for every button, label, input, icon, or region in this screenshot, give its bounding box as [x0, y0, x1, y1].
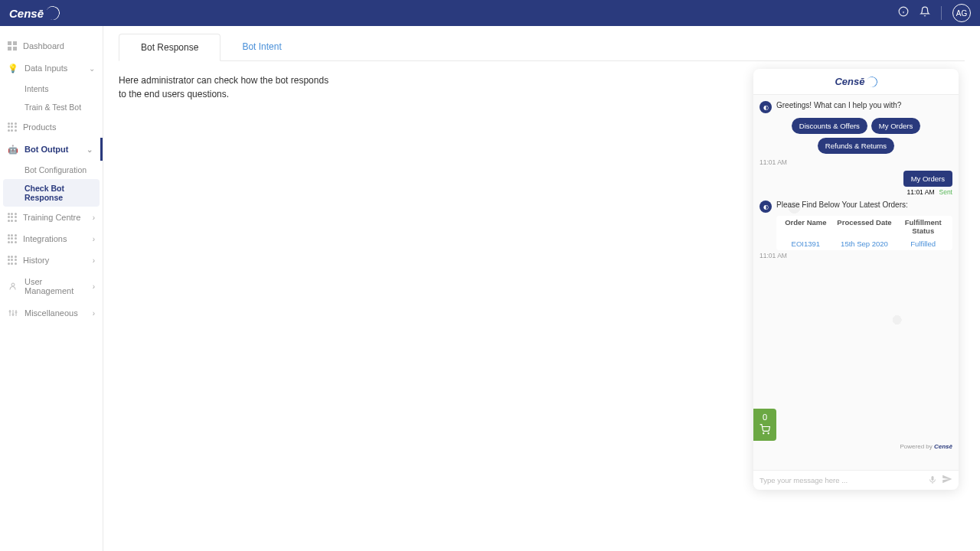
chat-header: Censē — [753, 69, 959, 95]
chip-refunds[interactable]: Refunds & Returns — [818, 138, 894, 154]
chevron-right-icon: › — [93, 235, 95, 243]
svg-point-8 — [12, 314, 14, 315]
nav-user-management[interactable]: User Management › — [0, 271, 103, 302]
user-icon — [8, 281, 18, 292]
chevron-right-icon: › — [93, 214, 95, 222]
chevron-right-icon: › — [93, 309, 95, 318]
nav-data-inputs[interactable]: 💡 Data Inputs ⌄ — [0, 57, 103, 80]
nav-miscellaneous[interactable]: Miscellaneous › — [0, 302, 103, 324]
bot-icon: 🤖 — [8, 144, 18, 155]
chat-input-bar — [753, 470, 959, 490]
message-timestamp: 11:01 AM — [760, 158, 952, 166]
message-timestamp: 11:01 AM — [760, 252, 952, 259]
app-header: Censē AG — [0, 0, 980, 26]
powered-by: Powered by Censē — [900, 443, 952, 450]
user-avatar[interactable]: AG — [952, 4, 971, 22]
chat-widget: Censē ◐ Greetings! What can I help you w… — [753, 69, 959, 490]
svg-point-7 — [9, 311, 11, 312]
chip-my-orders[interactable]: My Orders — [871, 118, 920, 134]
col-order-name: Order Name — [776, 216, 835, 237]
bot-message: Greetings! What can I help you with? — [776, 101, 901, 109]
tab-bot-response[interactable]: Bot Response — [119, 34, 220, 61]
cart-icon — [753, 424, 776, 438]
col-processed-date: Processed Date — [835, 216, 894, 237]
bot-avatar-icon: ◐ — [760, 201, 772, 213]
col-fulfillment-status: Fulfillment Status — [893, 216, 952, 237]
nav-intents[interactable]: Intents — [0, 80, 103, 98]
chevron-right-icon: › — [93, 282, 95, 291]
bell-icon[interactable] — [920, 6, 930, 20]
nav-bot-output[interactable]: 🤖 Bot Output ⌄ — [0, 138, 103, 161]
bot-message: Please Find Below Your Latest Orders: — [776, 201, 908, 209]
grid-icon — [8, 234, 17, 243]
info-icon[interactable] — [898, 6, 909, 20]
cart-count: 0 — [753, 412, 776, 423]
svg-point-11 — [768, 432, 769, 433]
sent-status: Sent — [939, 188, 953, 196]
nav-products[interactable]: Products — [0, 116, 103, 138]
grid-icon — [8, 256, 17, 265]
cart-badge[interactable]: 0 — [753, 409, 776, 441]
svg-point-3 — [11, 283, 15, 286]
grid-icon — [8, 122, 17, 132]
nav-history[interactable]: History › — [0, 249, 103, 271]
user-timestamp: 11:01 AM — [907, 188, 935, 196]
bot-avatar-icon: ◐ — [760, 101, 772, 113]
tab-bar: Bot Response Bot Intent — [119, 34, 965, 61]
order-status-link[interactable]: Fulfilled — [893, 237, 952, 250]
orders-table: Order Name Processed Date Fulfillment St… — [776, 216, 952, 250]
chat-text-input[interactable] — [760, 476, 923, 484]
chip-discounts[interactable]: Discounts & Offers — [792, 118, 867, 134]
send-icon[interactable] — [942, 474, 952, 487]
nav-bot-config[interactable]: Bot Configuration — [0, 161, 103, 179]
nav-train-test[interactable]: Train & Test Bot — [0, 98, 103, 116]
page-description: Here administrator can check how the bot… — [119, 73, 333, 101]
bulb-icon: 💡 — [8, 63, 18, 73]
chevron-down-icon: ⌄ — [87, 145, 93, 154]
sidebar: Dashboard 💡 Data Inputs ⌄ Intents Train … — [0, 26, 103, 551]
table-row[interactable]: EOI1391 15th Sep 2020 Fulfilled — [776, 237, 952, 250]
nav-integrations[interactable]: Integrations › — [0, 228, 103, 249]
main-content: Bot Response Bot Intent Here administrat… — [103, 26, 980, 551]
brand-logo: Censē — [9, 6, 60, 20]
order-date-link[interactable]: 15th Sep 2020 — [835, 237, 894, 250]
dashboard-icon — [8, 41, 17, 51]
nav-check-response[interactable]: Check Bot Response — [3, 179, 100, 207]
mic-icon[interactable] — [928, 474, 937, 487]
nav-dashboard[interactable]: Dashboard — [0, 35, 103, 57]
svg-point-9 — [15, 311, 17, 313]
sliders-icon — [8, 308, 18, 318]
chat-body: ◐ Greetings! What can I help you with? D… — [753, 95, 959, 470]
grid-icon — [8, 213, 17, 222]
svg-point-10 — [763, 432, 764, 433]
tab-bot-intent[interactable]: Bot Intent — [220, 34, 302, 60]
order-name-link[interactable]: EOI1391 — [776, 237, 835, 250]
chat-logo: Censē — [835, 76, 877, 87]
chevron-right-icon: › — [93, 256, 95, 265]
nav-training-centre[interactable]: Training Centre › — [0, 207, 103, 228]
user-message: My Orders — [903, 171, 952, 187]
chevron-down-icon: ⌄ — [89, 64, 95, 73]
